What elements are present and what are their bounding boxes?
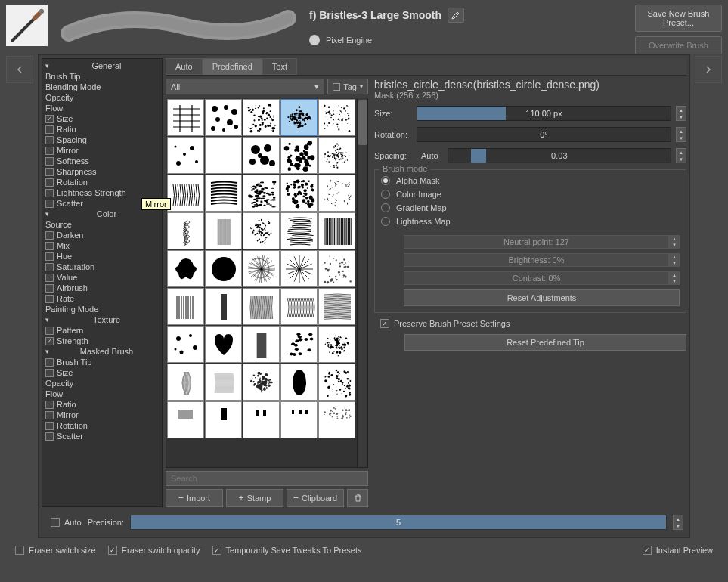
- tip-scrollbar[interactable]: [357, 98, 367, 467]
- tip-cell[interactable]: [318, 250, 355, 287]
- tree-item[interactable]: Brush Tip: [42, 357, 162, 367]
- size-spinner[interactable]: ▲▼: [676, 106, 686, 121]
- tip-cell[interactable]: [167, 99, 204, 136]
- settings-tree[interactable]: ▾GeneralBrush TipBlending ModeOpacityFlo…: [42, 58, 163, 507]
- tree-item[interactable]: Softness: [42, 156, 162, 166]
- tip-cell[interactable]: [243, 99, 280, 136]
- tree-section-header[interactable]: ▾Color: [42, 209, 162, 219]
- rotation-spinner[interactable]: ▲▼: [676, 127, 686, 142]
- tip-cell[interactable]: [205, 175, 242, 212]
- tip-cell[interactable]: [280, 99, 318, 136]
- spacing-spinner[interactable]: ▲▼: [676, 148, 686, 163]
- tip-cell[interactable]: [205, 288, 242, 325]
- tip-cell[interactable]: [280, 175, 318, 212]
- eraser-switch-opacity-checkbox[interactable]: Eraser switch opacity: [108, 546, 200, 555]
- precision-auto-checkbox[interactable]: Auto: [51, 518, 82, 527]
- tree-item[interactable]: Hue: [42, 251, 162, 262]
- tree-item[interactable]: Mix: [42, 240, 162, 251]
- tree-item[interactable]: Airbrush: [42, 283, 162, 293]
- tree-item[interactable]: Rate: [42, 293, 162, 304]
- tip-cell[interactable]: [318, 137, 355, 174]
- tip-cell[interactable]: [280, 137, 318, 174]
- tip-cell[interactable]: [318, 99, 355, 136]
- tree-item[interactable]: Flow: [42, 103, 162, 113]
- spacing-auto-checkbox[interactable]: Auto: [417, 150, 443, 162]
- tip-cell[interactable]: [280, 401, 318, 438]
- tip-cell[interactable]: [318, 326, 355, 363]
- tip-cell[interactable]: [205, 326, 242, 363]
- tip-cell[interactable]: [243, 250, 280, 287]
- tip-cell[interactable]: [318, 401, 355, 438]
- tree-section-header[interactable]: ▾Masked Brush: [42, 346, 162, 357]
- tree-item[interactable]: Painting Mode: [42, 304, 162, 314]
- reset-adjustments-button[interactable]: Reset Adjustments: [404, 289, 680, 306]
- tree-item[interactable]: Saturation: [42, 262, 162, 272]
- tip-cell[interactable]: [243, 326, 280, 363]
- tip-cell[interactable]: [205, 212, 242, 249]
- tip-cell[interactable]: [167, 401, 204, 438]
- tip-cell[interactable]: [205, 137, 242, 174]
- brush-mode-radio[interactable]: Lightness Map: [381, 217, 680, 226]
- tree-item[interactable]: Size: [42, 367, 162, 378]
- prev-preset-button[interactable]: [6, 56, 33, 83]
- tree-item[interactable]: Sharpness: [42, 166, 162, 177]
- tag-button[interactable]: Tag ▾: [327, 79, 368, 94]
- tip-search-input[interactable]: [166, 471, 368, 486]
- rotation-slider[interactable]: 0°: [417, 127, 671, 142]
- tree-item[interactable]: Size: [42, 113, 162, 124]
- tree-item[interactable]: Scatter: [42, 431, 162, 441]
- brush-mode-radio[interactable]: Alpha Mask: [381, 176, 680, 185]
- delete-tip-button[interactable]: [347, 489, 368, 507]
- tip-cell[interactable]: [243, 288, 280, 325]
- tip-cell[interactable]: [280, 326, 318, 363]
- tip-cell[interactable]: [318, 364, 355, 401]
- tree-item[interactable]: Ratio: [42, 399, 162, 410]
- tip-filter-dropdown[interactable]: All ▾: [166, 79, 324, 94]
- tip-cell[interactable]: [318, 288, 355, 325]
- tip-cell[interactable]: [205, 401, 242, 438]
- eraser-switch-size-checkbox[interactable]: Eraser switch size: [15, 546, 96, 555]
- tip-cell[interactable]: [280, 250, 318, 287]
- spacing-slider[interactable]: 0.03: [448, 148, 671, 163]
- tree-item[interactable]: Value: [42, 272, 162, 283]
- clipboard-tip-button[interactable]: +Clipboard: [287, 489, 344, 507]
- tip-cell[interactable]: [167, 364, 204, 401]
- tip-cell[interactable]: [318, 212, 355, 249]
- tip-cell[interactable]: [167, 175, 204, 212]
- tree-section-header[interactable]: ▾Texture: [42, 314, 162, 325]
- tip-cell[interactable]: [243, 212, 280, 249]
- tree-section-header[interactable]: ▾General: [42, 60, 162, 71]
- tip-cell[interactable]: [205, 99, 242, 136]
- tree-item[interactable]: Spacing: [42, 135, 162, 145]
- import-tip-button[interactable]: +Import: [166, 489, 223, 507]
- tree-item[interactable]: Darken: [42, 230, 162, 240]
- tab-auto[interactable]: Auto: [166, 58, 203, 75]
- tip-cell[interactable]: [167, 288, 204, 325]
- rename-button[interactable]: [448, 8, 464, 23]
- tip-cell[interactable]: [167, 137, 204, 174]
- tip-cell[interactable]: [243, 137, 280, 174]
- tip-grid[interactable]: [166, 98, 367, 439]
- brush-mode-radio[interactable]: Gradient Map: [381, 203, 680, 212]
- tip-cell[interactable]: [243, 401, 280, 438]
- brush-mode-radio[interactable]: Color Image: [381, 190, 680, 199]
- tree-item[interactable]: Ratio: [42, 124, 162, 135]
- tip-cell[interactable]: [280, 212, 318, 249]
- temp-save-tweaks-checkbox[interactable]: Temporarily Save Tweaks To Presets: [212, 546, 362, 555]
- tip-cell[interactable]: [167, 212, 204, 249]
- tab-text[interactable]: Text: [262, 58, 297, 75]
- tip-cell[interactable]: [318, 175, 355, 212]
- tree-item[interactable]: Strength: [42, 336, 162, 346]
- size-slider[interactable]: 110.00 px: [417, 106, 671, 121]
- tip-cell[interactable]: [243, 175, 280, 212]
- tree-item[interactable]: Flow: [42, 389, 162, 399]
- tip-cell[interactable]: [167, 326, 204, 363]
- tip-cell[interactable]: [280, 288, 318, 325]
- tree-item[interactable]: Brush Tip: [42, 71, 162, 82]
- tip-cell[interactable]: [205, 364, 242, 401]
- precision-spinner[interactable]: ▲▼: [673, 515, 683, 530]
- save-preset-button[interactable]: Save New Brush Preset...: [635, 5, 722, 32]
- next-preset-button[interactable]: [695, 56, 722, 83]
- scrollbar-thumb[interactable]: [358, 100, 367, 145]
- tree-item[interactable]: Rotation: [42, 420, 162, 431]
